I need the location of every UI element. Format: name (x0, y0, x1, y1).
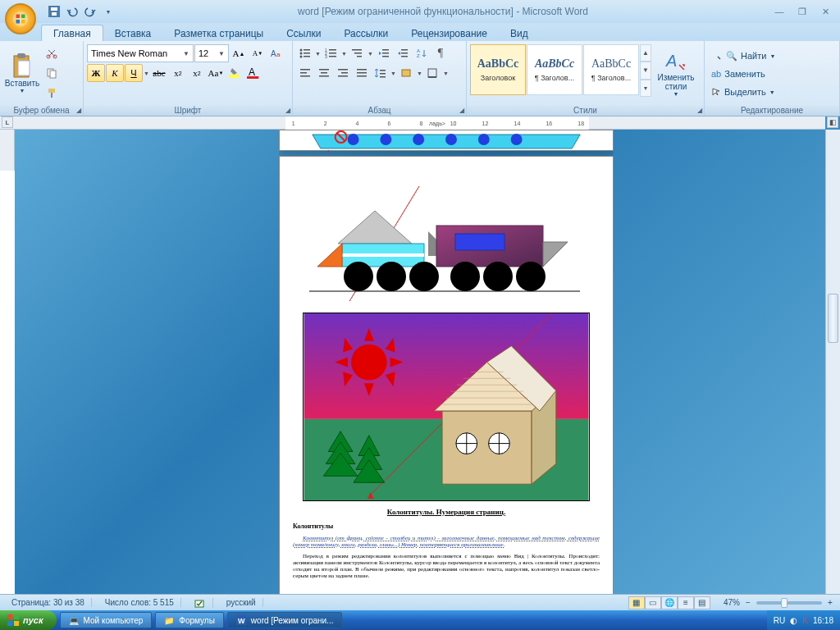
svg-rect-60 (402, 70, 410, 76)
styles-more[interactable]: ▾ (640, 80, 651, 97)
justify-button[interactable] (353, 64, 371, 82)
clear-formatting-button[interactable]: Aa (267, 44, 285, 62)
svg-rect-16 (51, 93, 52, 98)
vertical-scrollbar[interactable] (825, 130, 840, 594)
paragraph-launcher[interactable]: ◢ (459, 107, 464, 114)
zoom-slider[interactable] (756, 601, 822, 605)
tray-lang[interactable]: RU (774, 616, 785, 625)
svg-rect-7 (52, 12, 57, 16)
svg-rect-48 (319, 69, 329, 71)
zoom-value[interactable]: 47% (724, 598, 740, 607)
style-item-2[interactable]: AaBbCc¶ Заголов... (583, 44, 639, 95)
styles-down[interactable]: ▼ (640, 62, 651, 79)
view-web[interactable]: 🌐 (661, 596, 678, 609)
styles-up[interactable]: ▲ (640, 44, 651, 62)
tab-home[interactable]: Главная (41, 25, 103, 41)
tray-clock[interactable]: 16:18 (813, 616, 833, 625)
strikethrough-button[interactable]: abc (150, 64, 168, 82)
svg-rect-55 (357, 72, 367, 74)
view-print-layout[interactable]: ▦ (628, 596, 645, 609)
tab-view[interactable]: Вид (499, 25, 540, 41)
multilevel-list-button[interactable] (349, 44, 367, 62)
qat-customize-button[interactable]: ▼ (100, 3, 116, 20)
change-case-button[interactable]: Aa▼ (207, 64, 225, 82)
format-painter-button[interactable] (43, 84, 61, 102)
task-word[interactable]: Wword [Режим ограни... (227, 612, 343, 628)
find-button[interactable]: 🔍Найти▼ (708, 48, 778, 64)
status-lang[interactable]: русский (220, 598, 263, 607)
show-marks-button[interactable]: ¶ (431, 44, 450, 62)
copy-button[interactable] (43, 64, 61, 82)
align-right-button[interactable] (334, 64, 352, 82)
numbering-button[interactable]: 123 (322, 44, 340, 62)
align-left-button[interactable] (296, 64, 314, 82)
increase-indent-button[interactable] (394, 44, 412, 62)
tab-page-layout[interactable]: Разметка страницы (162, 25, 275, 41)
minimize-button[interactable]: — (769, 5, 789, 18)
select-button[interactable]: Выделить▼ (708, 84, 778, 100)
shrink-font-button[interactable]: A▼ (249, 44, 267, 62)
font-size-combo[interactable]: 12▼ (194, 44, 229, 62)
font-name-combo[interactable]: Times New Roman▼ (87, 44, 194, 62)
restore-button[interactable]: ❐ (792, 5, 812, 18)
horizontal-ruler[interactable]: 12468ладь>1012141618 (0, 116, 825, 130)
superscript-button[interactable]: x2 (188, 64, 206, 82)
start-button[interactable]: пуск (0, 610, 57, 630)
line-spacing-button[interactable] (372, 64, 390, 82)
close-button[interactable]: ✕ (815, 5, 835, 18)
subscript-button[interactable]: x2 (169, 64, 187, 82)
redo-button[interactable] (82, 3, 98, 20)
borders-button[interactable] (424, 64, 442, 82)
highlight-button[interactable] (226, 64, 244, 82)
vertical-ruler[interactable] (0, 130, 15, 594)
replace-button[interactable]: abЗаменить (708, 66, 778, 82)
tray-icon-1[interactable]: ◐ (790, 616, 797, 625)
save-button[interactable] (46, 3, 62, 20)
cut-button[interactable] (43, 44, 61, 62)
style-item-heading[interactable]: AaBbCcЗаголовок (470, 44, 526, 95)
align-center-button[interactable] (315, 64, 333, 82)
task-folder[interactable]: 📁Формулы (155, 612, 224, 628)
tab-insert[interactable]: Вставка (103, 25, 163, 41)
ruler-toggle[interactable]: ◧ (827, 116, 838, 128)
decrease-indent-button[interactable] (375, 44, 393, 62)
bullets-button[interactable] (296, 44, 314, 62)
shading-button[interactable] (398, 64, 416, 82)
styles-launcher[interactable]: ◢ (697, 107, 702, 114)
undo-button[interactable] (64, 3, 80, 20)
task-my-computer[interactable]: 💻Мой компьютер (60, 612, 153, 628)
doc-subhead: Колонтитулы (293, 523, 600, 530)
svg-rect-38 (382, 52, 389, 54)
status-proofing[interactable] (188, 598, 213, 608)
paste-button[interactable]: Вставить ▼ (3, 44, 41, 102)
change-styles-button[interactable]: A Изменить стили▼ (653, 44, 699, 102)
tab-review[interactable]: Рецензирование (399, 25, 499, 41)
sort-button[interactable]: AZ (413, 44, 431, 62)
page-prev (279, 130, 614, 151)
document-area[interactable]: Колонтитулы. Нумерация страниц. Колонтит… (279, 130, 614, 594)
office-button[interactable] (5, 3, 36, 34)
font-launcher[interactable]: ◢ (285, 107, 290, 114)
view-outline[interactable]: ≡ (678, 596, 694, 609)
view-full-screen[interactable]: ▭ (645, 596, 661, 609)
style-item-1[interactable]: AaBbCc¶ Заголов... (527, 44, 582, 95)
tab-mailings[interactable]: Рассылки (332, 25, 399, 41)
svg-rect-42 (401, 56, 408, 57)
tray-icon-2[interactable]: K (802, 616, 808, 625)
grow-font-button[interactable]: A▲ (230, 44, 248, 62)
font-color-button[interactable]: A (244, 64, 262, 82)
tab-selector[interactable]: L (2, 116, 13, 128)
zoom-out[interactable]: − (743, 598, 753, 607)
italic-button[interactable]: К (106, 64, 124, 82)
zoom-in[interactable]: + (825, 598, 835, 607)
status-words[interactable]: Число слов: 5 515 (98, 598, 181, 607)
status-page[interactable]: Страница: 30 из 38 (5, 598, 92, 607)
scroll-thumb[interactable] (828, 294, 838, 343)
view-draft[interactable]: ▤ (694, 596, 710, 609)
ribbon: Вставить ▼ Буфер обмена◢ Times New Roman… (0, 41, 840, 116)
svg-rect-39 (382, 56, 389, 57)
bold-button[interactable]: Ж (87, 64, 105, 82)
underline-button[interactable]: Ч (125, 64, 143, 82)
tab-references[interactable]: Ссылки (275, 25, 332, 41)
clipboard-launcher[interactable]: ◢ (76, 107, 81, 114)
